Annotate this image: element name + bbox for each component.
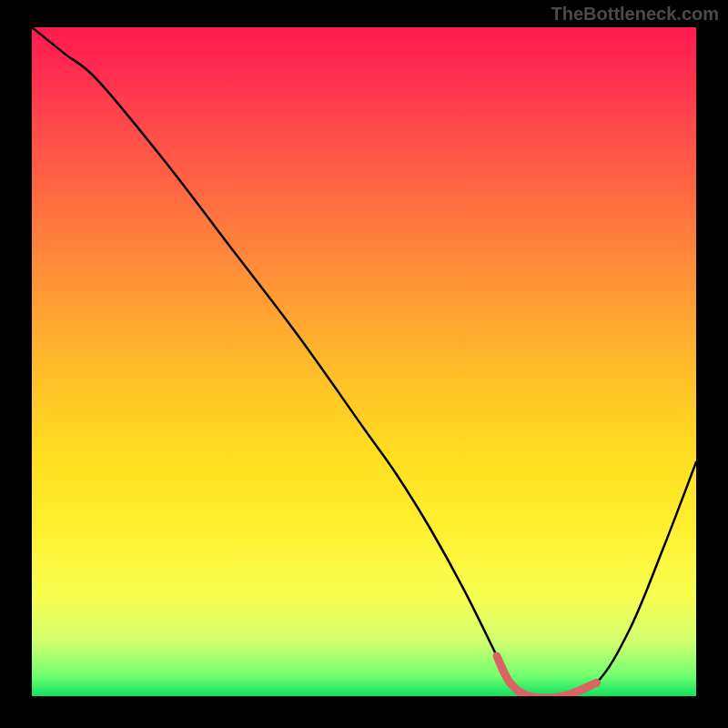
optimal-range-marker [497, 656, 597, 696]
bottleneck-curve [32, 27, 696, 696]
watermark-text: TheBottleneck.com [551, 4, 719, 25]
chart-svg [32, 27, 696, 696]
plot-area [32, 27, 696, 696]
